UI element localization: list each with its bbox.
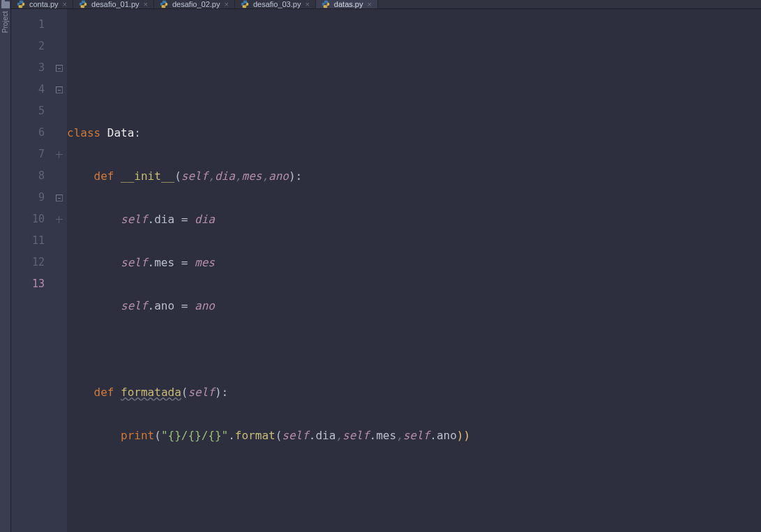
editor-tab[interactable]: desafio_03.py× [235, 0, 316, 8]
fold-end-icon [56, 151, 63, 158]
builtin-print: print [121, 429, 154, 442]
close-icon[interactable]: × [144, 1, 148, 8]
line-number: 3 [17, 57, 45, 79]
tab-label: datas.py [334, 0, 363, 8]
folder-icon [1, 1, 10, 8]
line-number: 11 [17, 230, 45, 252]
tab-label: conta.py [29, 0, 59, 8]
ide-root: Project conta.py×desafio_01.py×desafio_0… [0, 0, 761, 532]
python-file-icon [160, 0, 168, 8]
editor-tab[interactable]: desafio_01.py× [73, 0, 154, 8]
fold-end-icon [56, 216, 63, 223]
line-number: 1 [17, 14, 45, 36]
fold-column [52, 14, 67, 295]
fold-toggle-icon[interactable] [56, 86, 63, 93]
project-tool-rail[interactable]: Project [0, 0, 11, 532]
method-formatada: formatada [121, 386, 181, 399]
editor[interactable]: 12345678910111213 class Data: def __init… [11, 9, 761, 532]
tab-label: desafio_03.py [253, 0, 301, 8]
editor-tab[interactable]: desafio_02.py× [154, 0, 235, 8]
line-number: 6 [17, 122, 45, 144]
line-number: 7 [17, 144, 45, 165]
line-number: 12 [17, 252, 45, 273]
line-numbers: 12345678910111213 [17, 14, 45, 295]
method-init: __init__ [121, 169, 174, 183]
close-icon[interactable]: × [224, 1, 228, 8]
line-number: 8 [17, 165, 45, 187]
project-rail-label: Project [1, 11, 9, 33]
python-file-icon [241, 0, 249, 8]
kw-def: def [94, 386, 114, 399]
line-number: 13 [17, 273, 45, 295]
line-number: 9 [17, 187, 45, 208]
main-area: conta.py×desafio_01.py×desafio_02.py×des… [11, 0, 761, 532]
line-number: 4 [17, 79, 45, 100]
class-name: Data [107, 126, 135, 139]
fold-toggle-icon[interactable] [56, 65, 63, 72]
line-number: 5 [17, 100, 45, 122]
kw-class: class [67, 126, 100, 139]
code-area[interactable]: class Data: def __init__(self,dia,mes,an… [67, 9, 761, 532]
python-file-icon [322, 0, 330, 8]
fold-toggle-icon[interactable] [56, 195, 63, 202]
editor-tab[interactable]: conta.py× [11, 0, 73, 8]
tab-label: desafio_02.py [172, 0, 220, 8]
close-icon[interactable]: × [63, 1, 67, 8]
gutter: 12345678910111213 [11, 9, 67, 532]
close-icon[interactable]: × [367, 1, 371, 8]
line-number: 10 [17, 208, 45, 230]
kw-def: def [94, 169, 114, 183]
tab-label: desafio_01.py [91, 0, 140, 8]
close-icon[interactable]: × [305, 1, 309, 8]
python-file-icon [79, 0, 87, 8]
editor-tab[interactable]: datas.py× [316, 0, 378, 8]
line-number: 2 [17, 36, 45, 57]
python-file-icon [17, 0, 25, 8]
editor-tabs: conta.py×desafio_01.py×desafio_02.py×des… [11, 0, 761, 9]
